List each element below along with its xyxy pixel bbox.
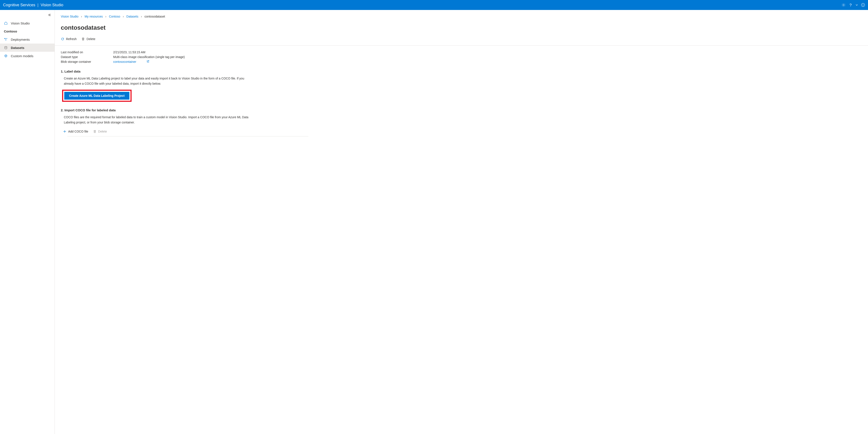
create-labeling-project-button[interactable]: Create Azure ML Data Labeling Project — [64, 92, 129, 99]
sidebar-item-label: Custom models — [11, 54, 33, 58]
coco-actions-bar: Add COCO file Delete — [61, 128, 308, 136]
breadcrumb-current: contosodataset — [145, 15, 165, 18]
header-actions: ? — [842, 3, 865, 7]
sidebar-resource-label[interactable]: Contoso — [0, 27, 55, 35]
meta-value-last-modified: 2/21/2023, 11:53:15 AM — [113, 51, 146, 54]
breadcrumb-separator-icon: › — [81, 15, 82, 18]
home-icon — [4, 21, 8, 25]
page-title: contosodataset — [61, 24, 308, 31]
blob-container-link[interactable]: contosocontainer — [113, 60, 136, 63]
delete-label: Delete — [87, 37, 95, 41]
feedback-smile-icon[interactable] — [861, 3, 865, 7]
top-header-bar: Cognitive Services | Vision Studio ? — [0, 0, 868, 10]
settings-gear-icon[interactable] — [842, 3, 845, 7]
header-product[interactable]: Vision Studio — [41, 3, 63, 7]
svg-point-2 — [861, 3, 865, 7]
trash-icon — [93, 130, 96, 133]
sidebar-home[interactable]: Vision Studio — [0, 19, 55, 27]
sidebar-item-datasets[interactable]: Datasets — [0, 44, 55, 52]
header-title-group: Cognitive Services | Vision Studio — [3, 3, 63, 7]
help-question-icon[interactable]: ? — [848, 3, 852, 7]
svg-point-7 — [5, 46, 7, 47]
svg-rect-6 — [6, 38, 7, 39]
command-bar: Refresh Delete — [61, 37, 308, 41]
section-2-heading: 2. Import COCO file for labeled data — [61, 108, 308, 112]
breadcrumb-link[interactable]: Datasets — [126, 15, 138, 18]
breadcrumb-separator-icon: › — [123, 15, 124, 18]
divider — [67, 136, 308, 137]
highlighted-button-frame: Create Azure ML Data Labeling Project — [62, 90, 131, 102]
svg-rect-5 — [4, 38, 5, 39]
sidebar-item-label: Datasets — [11, 46, 25, 50]
meta-label-last-modified: Last modified on — [61, 51, 113, 54]
coco-delete-button: Delete — [93, 130, 107, 133]
section-1-heading: 1. Label data — [61, 69, 308, 73]
datasets-icon — [4, 46, 8, 50]
delete-button[interactable]: Delete — [81, 37, 95, 41]
refresh-icon — [61, 37, 64, 41]
breadcrumb-link[interactable]: Contoso — [109, 15, 120, 18]
refresh-label: Refresh — [66, 37, 76, 41]
main-content: Vision Studio › My resources › Contoso ›… — [55, 10, 868, 434]
left-sidebar: Vision Studio Contoso Deployments Datase… — [0, 10, 55, 434]
section-2-body: COCO files are the required format for l… — [61, 115, 251, 125]
meta-value-dataset-type: Multi-class image classification (single… — [113, 55, 185, 59]
coco-delete-label: Delete — [98, 130, 107, 133]
sidebar-item-deployments[interactable]: Deployments — [0, 35, 55, 44]
collapse-sidebar-icon[interactable] — [0, 12, 55, 19]
refresh-button[interactable]: Refresh — [61, 37, 76, 41]
svg-point-0 — [843, 4, 844, 6]
dataset-metadata: Last modified on 2/21/2023, 11:53:15 AM … — [61, 46, 308, 69]
chevron-down-icon[interactable] — [856, 4, 858, 6]
sidebar-home-label: Vision Studio — [11, 22, 30, 25]
section-1-body: Create an Azure ML Data Labeling project… — [61, 76, 251, 86]
breadcrumb-link[interactable]: Vision Studio — [61, 15, 78, 18]
sidebar-item-label: Deployments — [11, 38, 30, 41]
svg-text:?: ? — [849, 3, 852, 7]
meta-label-blob-container: Blob storage container — [61, 60, 113, 63]
external-link-icon[interactable] — [147, 60, 149, 63]
breadcrumb: Vision Studio › My resources › Contoso ›… — [61, 15, 308, 18]
breadcrumb-separator-icon: › — [141, 15, 142, 18]
trash-icon — [81, 37, 85, 41]
meta-label-dataset-type: Dataset type — [61, 55, 113, 59]
breadcrumb-link[interactable]: My resources — [85, 15, 103, 18]
add-coco-label: Add COCO file — [68, 130, 88, 133]
custom-models-icon — [4, 54, 8, 58]
deployments-icon — [4, 37, 8, 41]
plus-icon — [63, 130, 66, 133]
breadcrumb-separator-icon: › — [105, 15, 106, 18]
sidebar-item-custom-models[interactable]: Custom models — [0, 52, 55, 60]
header-brand[interactable]: Cognitive Services — [3, 3, 35, 7]
add-coco-file-button[interactable]: Add COCO file — [63, 130, 88, 133]
header-separator: | — [37, 3, 38, 7]
